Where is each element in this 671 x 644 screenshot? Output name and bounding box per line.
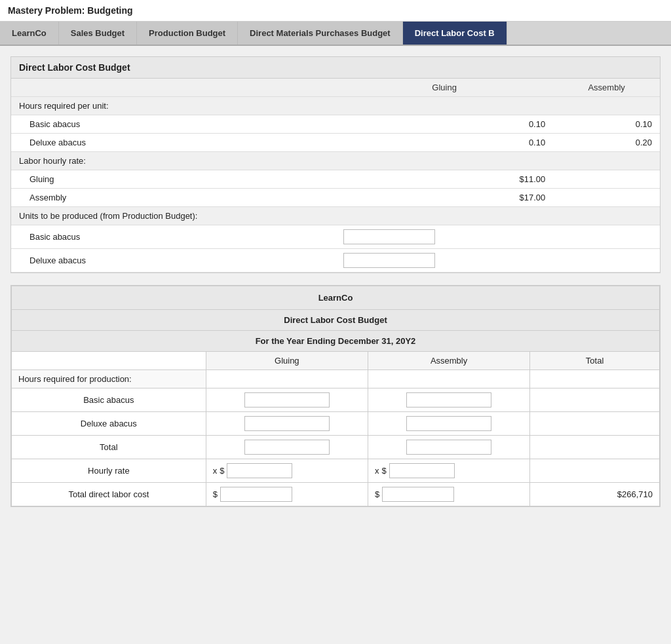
tab-production-budget[interactable]: Production Budget xyxy=(137,22,238,45)
output-col-total: Total xyxy=(530,352,660,370)
output-basic-abacus-assembly-cell xyxy=(368,388,529,412)
assembly-rate: $17.00 xyxy=(336,189,553,207)
tab-direct-materials[interactable]: Direct Materials Purchases Budget xyxy=(238,22,403,45)
hourly-rate-assembly-cell: x $ xyxy=(368,459,529,483)
hourly-rate-gluing-input[interactable] xyxy=(227,463,292,478)
total-direct-labor-value: $266,710 xyxy=(530,483,660,506)
dollar-symbol-assembly: $ xyxy=(381,466,386,476)
output-deluxe-abacus-gluing-input[interactable] xyxy=(244,416,330,431)
period-header: For the Year Ending December 31, 20Y2 xyxy=(12,331,660,352)
output-deluxe-abacus-gluing-cell xyxy=(206,412,368,436)
dollar-symbol-gluing: $ xyxy=(220,466,224,476)
basic-abacus-units-input-cell xyxy=(336,225,553,249)
deluxe-abacus-units-input[interactable] xyxy=(343,253,435,268)
hourly-rate-label: Hourly rate xyxy=(12,459,206,483)
output-col-gluing: Gluing xyxy=(206,352,368,370)
hourly-rate-assembly-input[interactable] xyxy=(389,463,455,478)
col-header-assembly: Assembly xyxy=(553,79,660,97)
assembly-label: Assembly xyxy=(11,189,336,207)
output-total-label: Total xyxy=(12,436,206,459)
budget-title-header: Direct Labor Cost Budget xyxy=(12,310,660,331)
data-entry-title: Direct Labor Cost Budget xyxy=(11,57,660,79)
hourly-rate-gluing-cell: x $ xyxy=(206,459,368,483)
total-direct-labor-assembly-input[interactable] xyxy=(382,487,454,502)
output-deluxe-abacus-label: Deluxe abacus xyxy=(12,412,206,436)
basic-abacus-label-1: Basic abacus xyxy=(11,115,336,134)
hours-production-label: Hours required for production: xyxy=(12,370,206,388)
output-basic-abacus-assembly-input[interactable] xyxy=(406,392,491,407)
basic-abacus-gluing: 0.10 xyxy=(336,115,553,134)
labor-rate-header: Labor hourly rate: xyxy=(11,152,660,170)
total-direct-labor-assembly-cell: $ xyxy=(368,483,529,506)
content-area: Direct Labor Cost Budget Gluing Assembly… xyxy=(0,46,671,518)
output-basic-abacus-gluing-input[interactable] xyxy=(244,392,330,407)
deluxe-abacus-gluing: 0.10 xyxy=(336,134,553,152)
budget-output-table: LearnCo Direct Labor Cost Budget For the… xyxy=(11,286,660,506)
tab-direct-labor[interactable]: Direct Labor Cost B xyxy=(403,22,507,45)
output-deluxe-abacus-assembly-input[interactable] xyxy=(406,416,491,431)
gluing-label: Gluing xyxy=(11,170,336,189)
budget-output-section: LearnCo Direct Labor Cost Budget For the… xyxy=(10,285,661,507)
basic-abacus-units-input[interactable] xyxy=(343,229,435,244)
dollar-total-assembly: $ xyxy=(375,489,379,499)
deluxe-abacus-assembly: 0.20 xyxy=(553,134,660,152)
basic-abacus-assembly: 0.10 xyxy=(553,115,660,134)
x-symbol-assembly: x xyxy=(375,466,379,476)
tab-sales-budget[interactable]: Sales Budget xyxy=(59,22,137,45)
company-header: LearnCo xyxy=(12,286,660,310)
deluxe-abacus-units-label: Deluxe abacus xyxy=(11,249,336,273)
deluxe-abacus-label-1: Deluxe abacus xyxy=(11,134,336,152)
total-direct-labor-label: Total direct labor cost xyxy=(12,483,206,506)
output-total-gluing-input[interactable] xyxy=(244,440,330,455)
output-total-assembly-cell xyxy=(368,436,529,459)
output-col-assembly: Assembly xyxy=(368,352,529,370)
output-basic-abacus-gluing-cell xyxy=(206,388,368,412)
output-basic-abacus-label: Basic abacus xyxy=(12,388,206,412)
basic-abacus-units-label: Basic abacus xyxy=(11,225,336,249)
page-header: Mastery Problem: Budgeting xyxy=(0,0,671,22)
total-direct-labor-gluing-input[interactable] xyxy=(220,487,292,502)
data-entry-table: Gluing Assembly Hours required per unit:… xyxy=(11,79,660,273)
deluxe-abacus-units-input-cell xyxy=(336,249,553,273)
col-header-gluing: Gluing xyxy=(336,79,553,97)
x-symbol-gluing: x xyxy=(213,466,218,476)
units-header: Units to be produced (from Production Bu… xyxy=(11,207,660,225)
page-title: Mastery Problem: Budgeting xyxy=(8,5,133,16)
output-total-gluing-cell xyxy=(206,436,368,459)
total-direct-labor-gluing-cell: $ xyxy=(206,483,368,506)
data-entry-section: Direct Labor Cost Budget Gluing Assembly… xyxy=(10,56,661,273)
output-total-assembly-input[interactable] xyxy=(406,440,491,455)
tab-bar: LearnCo Sales Budget Production Budget D… xyxy=(0,22,671,46)
tab-learnco[interactable]: LearnCo xyxy=(0,22,59,45)
gluing-rate: $11.00 xyxy=(336,170,553,189)
output-deluxe-abacus-assembly-cell xyxy=(368,412,529,436)
dollar-total-gluing: $ xyxy=(213,489,218,499)
hours-required-header: Hours required per unit: xyxy=(11,97,660,115)
